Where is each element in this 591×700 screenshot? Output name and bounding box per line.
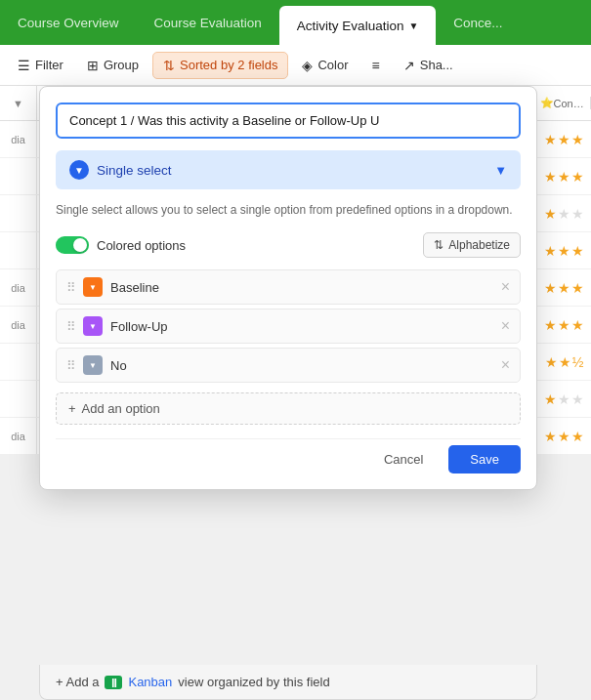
colored-options-toggle-row: Colored options bbox=[56, 236, 186, 254]
drag-handle-icon[interactable]: ⠿ bbox=[66, 319, 75, 334]
star-3: ★ bbox=[571, 243, 584, 259]
option-color-button-no[interactable]: ▼ bbox=[83, 355, 103, 375]
star-3: ★ bbox=[571, 206, 584, 222]
field-name-input[interactable] bbox=[56, 103, 521, 139]
add-option-button[interactable]: + Add an option bbox=[56, 392, 521, 425]
option-delete-followup[interactable]: × bbox=[501, 318, 510, 334]
chevron-down-icon: ▼ bbox=[89, 361, 97, 370]
option-label-no: No bbox=[110, 358, 493, 373]
row-label-dia: dia bbox=[11, 282, 25, 294]
modal-footer: Cancel Save bbox=[56, 438, 521, 474]
toolbar: ☰ Filter ⊞ Group ⇅ Sorted by 2 fields ◈ … bbox=[0, 45, 591, 86]
row-first-cell bbox=[0, 344, 37, 380]
row-first-cell bbox=[0, 195, 37, 231]
colored-options-label: Colored options bbox=[97, 238, 186, 253]
option-color-button-baseline[interactable]: ▼ bbox=[83, 277, 103, 297]
field-type-description: Single select allows you to select a sin… bbox=[56, 201, 521, 219]
plus-icon: + bbox=[68, 401, 76, 416]
alphabetize-button[interactable]: ⇅ Alphabetize bbox=[423, 232, 521, 258]
option-delete-no[interactable]: × bbox=[501, 357, 510, 373]
star-1: ★ bbox=[544, 391, 557, 407]
star-2: ★ bbox=[558, 206, 570, 222]
color-button[interactable]: ◈ Color bbox=[292, 53, 358, 78]
chevron-down-icon: ▼ bbox=[89, 322, 97, 331]
options-list: ⠿ ▼ Baseline × ⠿ ▼ Follow-Up × ⠿ ▼ No × bbox=[56, 269, 521, 383]
toggle-knob bbox=[73, 238, 87, 252]
option-color-button-followup[interactable]: ▼ bbox=[83, 316, 103, 336]
density-button[interactable]: ≡ bbox=[362, 53, 390, 78]
option-label-baseline: Baseline bbox=[110, 280, 493, 295]
cancel-button[interactable]: Cancel bbox=[368, 445, 439, 474]
row-first-cell bbox=[0, 158, 37, 194]
star-2: ★ bbox=[558, 391, 570, 407]
row-star-cell: ★★★ bbox=[537, 280, 591, 296]
share-icon: ↗ bbox=[403, 58, 415, 73]
save-button[interactable]: Save bbox=[448, 445, 521, 474]
row-first-cell: dia bbox=[0, 418, 37, 454]
star-2: ★ bbox=[558, 132, 570, 147]
kanban-link[interactable]: Kanban bbox=[128, 675, 172, 689]
star-1: ★ bbox=[544, 429, 557, 444]
star-3: ★ bbox=[571, 169, 584, 185]
tab-arrow-icon: ▼ bbox=[408, 21, 418, 31]
drag-handle-icon[interactable]: ⠿ bbox=[66, 358, 75, 373]
star-1: ★ bbox=[544, 132, 557, 147]
star-2: ★ bbox=[558, 169, 570, 185]
option-item-followup: ⠿ ▼ Follow-Up × bbox=[56, 309, 521, 344]
colored-options-toggle[interactable] bbox=[56, 236, 89, 254]
tab-conce[interactable]: Conce... bbox=[436, 0, 520, 45]
row-first-cell bbox=[0, 232, 37, 268]
star-1: ★ bbox=[544, 206, 557, 222]
star-3: ★ bbox=[571, 280, 584, 296]
option-delete-baseline[interactable]: × bbox=[501, 279, 510, 295]
row-first-cell: dia bbox=[0, 269, 37, 306]
option-label-followup: Follow-Up bbox=[110, 319, 493, 334]
star-2: ★ bbox=[558, 317, 570, 333]
single-select-icon: ▼ bbox=[69, 160, 89, 180]
filter-button[interactable]: ☰ Filter bbox=[8, 53, 73, 78]
star-column-header[interactable]: ⭐ Conce... bbox=[537, 97, 591, 109]
star-3: ★ bbox=[571, 429, 584, 444]
share-button[interactable]: ↗ Sha... bbox=[394, 53, 463, 78]
row-label-dia: dia bbox=[11, 134, 25, 145]
tab-course-overview[interactable]: Course Overview bbox=[0, 0, 137, 45]
star-1: ★ bbox=[545, 354, 558, 370]
options-controls-row: Colored options ⇅ Alphabetize bbox=[56, 232, 521, 258]
dropdown-icon: ▼ bbox=[13, 98, 23, 109]
star-3: ½ bbox=[572, 354, 584, 370]
sort-az-icon: ⇅ bbox=[434, 238, 443, 252]
star-2: ★ bbox=[558, 243, 570, 259]
star-1: ★ bbox=[544, 243, 557, 259]
chevron-down-icon: ▼ bbox=[494, 163, 507, 178]
row-first-cell: dia bbox=[0, 121, 37, 157]
star-2: ★ bbox=[559, 354, 571, 370]
option-item-no: ⠿ ▼ No × bbox=[56, 348, 521, 383]
tab-course-evaluation[interactable]: Course Evaluation bbox=[137, 0, 279, 45]
star-1: ★ bbox=[544, 317, 557, 333]
row-star-cell: ★★★ bbox=[537, 169, 591, 185]
row-star-cell: ★★★ bbox=[537, 391, 591, 407]
sort-button[interactable]: ⇅ Sorted by 2 fields bbox=[152, 52, 288, 79]
drag-handle-icon[interactable]: ⠿ bbox=[66, 280, 75, 295]
kanban-suffix-text: view organized by this field bbox=[178, 675, 329, 689]
row-star-cell: ★★★ bbox=[537, 317, 591, 333]
color-icon: ◈ bbox=[302, 58, 313, 73]
filter-icon: ☰ bbox=[18, 58, 30, 73]
group-button[interactable]: ⊞ Group bbox=[77, 53, 148, 78]
star-3: ★ bbox=[571, 317, 584, 333]
star-2: ★ bbox=[558, 429, 570, 444]
tab-activity-evaluation[interactable]: Activity Evaluation ▼ bbox=[279, 6, 436, 45]
field-type-selector[interactable]: ▼ Single select ▼ bbox=[56, 150, 521, 189]
kanban-suggestion-bar[interactable]: + Add a ||| Kanban view organized by thi… bbox=[39, 665, 537, 700]
kanban-icon: ||| bbox=[105, 676, 122, 689]
row-star-cell: ★★★ bbox=[537, 206, 591, 222]
row-star-cell: ★★★ bbox=[537, 243, 591, 259]
density-icon: ≡ bbox=[372, 58, 380, 73]
star-icon: ⭐ bbox=[540, 97, 554, 109]
row-star-cell: ★★½ bbox=[537, 354, 591, 370]
option-item-baseline: ⠿ ▼ Baseline × bbox=[56, 269, 521, 305]
row-star-cell: ★★★ bbox=[537, 132, 591, 147]
row-label-dia: dia bbox=[11, 319, 25, 331]
field-edit-modal: ▼ Single select ▼ Single select allows y… bbox=[39, 86, 537, 490]
field-type-label: Single select bbox=[97, 163, 172, 178]
